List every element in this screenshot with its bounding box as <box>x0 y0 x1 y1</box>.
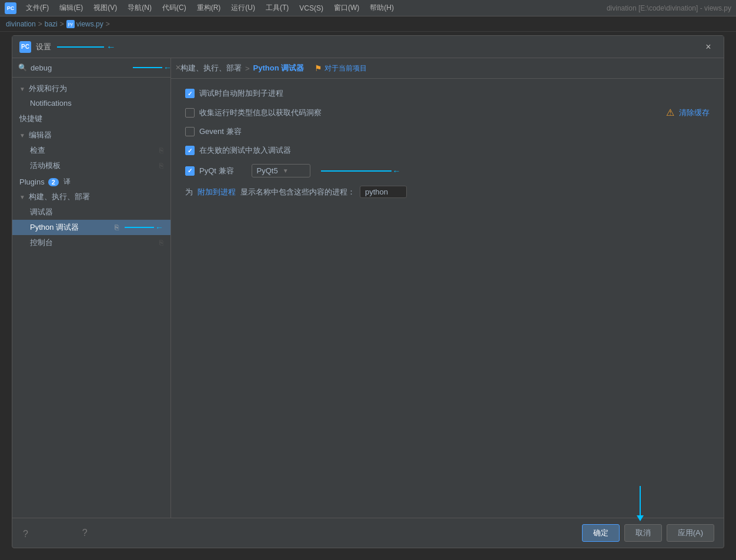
breadcrumb-bazi[interactable]: bazi <box>45 20 58 28</box>
breadcrumb-file-wrap: py views.py <box>66 20 103 28</box>
sidebar-section-appearance-label: 外观和行为 <box>29 83 67 94</box>
warning-row: ⚠ 清除缓存 <box>666 107 710 118</box>
sidebar-section-shortcuts-label: 快捷键 <box>19 113 42 124</box>
cancel-button[interactable]: 取消 <box>624 524 662 542</box>
copy-icon-console: ⎘ <box>159 239 163 247</box>
help-icon[interactable]: ? <box>23 529 28 539</box>
sidebar-section-shortcuts-header[interactable]: 快捷键 <box>12 111 170 126</box>
process-row: 为 附加到进程 显示名称中包含这些内容的进程： python <box>185 186 710 198</box>
sidebar-section-build-header[interactable]: ▼ 构建、执行、部署 <box>12 189 170 204</box>
checkmark-auto-attach: ✓ <box>188 90 192 97</box>
search-input[interactable] <box>31 63 129 72</box>
python-debugger-arrow: ← <box>125 223 163 232</box>
checkmark-test-fail: ✓ <box>188 147 192 154</box>
menu-refactor[interactable]: 重构(R) <box>192 1 226 15</box>
breadcrumb-sep-1: > <box>38 20 42 28</box>
process-label-suffix: 显示名称中包含这些内容的进程： <box>240 187 355 197</box>
sidebar-section-build-label: 构建、执行、部署 <box>29 192 90 202</box>
dialog-body: 🔍 ← ✕ ▼ 外观和行为 Notifications <box>12 58 724 518</box>
dialog-close-button[interactable]: × <box>700 39 717 55</box>
project-link[interactable]: 对于当前项目 <box>324 63 367 73</box>
setting-row-collect-types: 收集运行时类型信息以获取代码洞察 ⚠ 清除缓存 <box>185 107 710 118</box>
sidebar-item-debugger[interactable]: 调试器 <box>12 204 170 220</box>
sidebar-item-console[interactable]: 控制台 ⎘ <box>12 235 170 250</box>
checkbox-auto-attach-label: 调试时自动附加到子进程 <box>199 88 283 99</box>
sidebar-section-shortcuts: 快捷键 <box>12 111 170 126</box>
pyqt-dropdown[interactable]: PyQt5 ▼ <box>252 164 310 177</box>
process-link[interactable]: 附加到进程 <box>198 187 236 197</box>
copy-icon-python-debugger: ⎘ <box>115 223 119 232</box>
pyqt-arrow-annotation: ← <box>321 166 401 176</box>
apply-button[interactable]: 应用(A) <box>667 524 714 542</box>
sidebar-section-appearance-header[interactable]: ▼ 外观和行为 <box>12 81 170 96</box>
dialog-footer: ? 确定 取消 应用(A) ? <box>12 518 724 548</box>
menu-bar: PC 文件(F) 编辑(E) 视图(V) 导航(N) 代码(C) 重构(R) 运… <box>0 0 736 16</box>
checkbox-pyqt-label: PyQt 兼容 <box>199 166 234 176</box>
breadcrumb-sep-3: > <box>106 20 110 28</box>
breadcrumb-project[interactable]: divination <box>6 20 36 28</box>
checkbox-collect-types-label: 收集运行时类型信息以获取代码洞察 <box>199 108 322 118</box>
ok-button[interactable]: 确定 <box>582 524 620 542</box>
project-link-icon: ⚑ <box>315 63 322 73</box>
checkbox-collect-types-box[interactable] <box>185 108 195 118</box>
collapse-icon-appearance: ▼ <box>19 86 25 92</box>
dialog-title: 设置 <box>36 42 51 52</box>
clear-cache-button[interactable]: 清除缓存 <box>679 108 710 118</box>
menu-window[interactable]: 窗口(W) <box>329 1 364 15</box>
sidebar-item-python-debugger-label: Python 调试器 <box>30 222 79 233</box>
checkbox-pyqt[interactable]: ✓ PyQt 兼容 <box>185 166 234 176</box>
settings-content: ✓ 调试时自动附加到子进程 收集运行时类型信息以获取代码洞察 ⚠ 清除缓存 <box>171 79 724 518</box>
sidebar-item-notifications-label: Notifications <box>30 99 72 108</box>
menu-tools[interactable]: 工具(T) <box>261 1 293 15</box>
sidebar-item-console-label: 控制台 <box>30 237 53 248</box>
search-arrow-annotation: ← <box>133 63 172 72</box>
sidebar-item-debugger-label: 调试器 <box>30 207 53 217</box>
breadcrumb-sep-2: > <box>60 20 64 28</box>
app-logo: PC <box>5 2 16 14</box>
plugins-translate-icon: 译 <box>63 177 71 187</box>
checkbox-gevent-box[interactable] <box>185 127 195 136</box>
menu-view[interactable]: 视图(V) <box>89 1 122 15</box>
sidebar-item-inspection[interactable]: 检查 ⎘ <box>12 143 170 158</box>
checkbox-auto-attach[interactable]: ✓ 调试时自动附加到子进程 <box>185 88 283 99</box>
sidebar-item-python-debugger[interactable]: Python 调试器 ⎘ ← <box>12 220 170 235</box>
sidebar-item-plugins[interactable]: Plugins 2 译 <box>12 175 170 189</box>
breadcrumb-file[interactable]: views.py <box>76 20 103 28</box>
warning-icon: ⚠ <box>666 107 674 118</box>
help-button[interactable]: ? <box>82 528 88 538</box>
content-breadcrumb: 构建、执行、部署 > Python 调试器 ⚑ 对于当前项目 <box>171 58 724 79</box>
checkbox-auto-attach-box[interactable]: ✓ <box>185 89 195 98</box>
sidebar-item-live-templates[interactable]: 活动模板 ⎘ <box>12 158 170 173</box>
menu-navigate[interactable]: 导航(N) <box>123 1 156 15</box>
sidebar-section-editor-header[interactable]: ▼ 编辑器 <box>12 128 170 143</box>
sidebar-item-plugins-label: Plugins <box>19 177 45 186</box>
menu-file[interactable]: 文件(F) <box>21 1 53 15</box>
menu-vcs[interactable]: VCS(S) <box>295 2 328 14</box>
menu-run[interactable]: 运行(U) <box>226 1 260 15</box>
checkbox-gevent[interactable]: Gevent 兼容 <box>185 126 242 137</box>
breadcrumb-bar: divination > bazi > py views.py > <box>0 16 736 32</box>
pyqt-dropdown-value: PyQt5 <box>257 166 278 175</box>
footer-buttons: ? 确定 取消 应用(A) <box>582 524 714 542</box>
menu-edit[interactable]: 编辑(E) <box>55 1 88 15</box>
sidebar-item-notifications[interactable]: Notifications <box>12 96 170 110</box>
menu-help[interactable]: 帮助(H) <box>365 1 399 15</box>
search-icon: 🔍 <box>18 63 27 72</box>
menu-code[interactable]: 代码(C) <box>158 1 191 15</box>
sidebar-section-editor: ▼ 编辑器 检查 ⎘ 活动模板 ⎘ <box>12 128 170 173</box>
sidebar: 🔍 ← ✕ ▼ 外观和行为 Notifications <box>12 58 171 518</box>
checkbox-test-fail-label: 在失败的测试中放入调试器 <box>199 145 291 156</box>
content-crumb-build: 构建、执行、部署 <box>180 63 242 73</box>
checkbox-pyqt-box[interactable]: ✓ <box>185 166 195 176</box>
checkbox-test-fail[interactable]: ✓ 在失败的测试中放入调试器 <box>185 145 291 156</box>
project-link-wrap: ⚑ 对于当前项目 <box>315 63 367 73</box>
collapse-icon-editor: ▼ <box>19 132 25 139</box>
search-bar: 🔍 ← ✕ <box>12 58 170 78</box>
sidebar-section-build: ▼ 构建、执行、部署 调试器 Python 调试器 ⎘ ← <box>12 189 170 250</box>
checkmark-pyqt: ✓ <box>188 167 192 174</box>
window-title: divination [E:\code\divination] - views.… <box>607 4 731 12</box>
setting-row-gevent: Gevent 兼容 <box>185 126 710 137</box>
process-value: python <box>360 186 407 198</box>
checkbox-test-fail-box[interactable]: ✓ <box>185 146 195 155</box>
checkbox-collect-types[interactable]: 收集运行时类型信息以获取代码洞察 <box>185 108 322 118</box>
